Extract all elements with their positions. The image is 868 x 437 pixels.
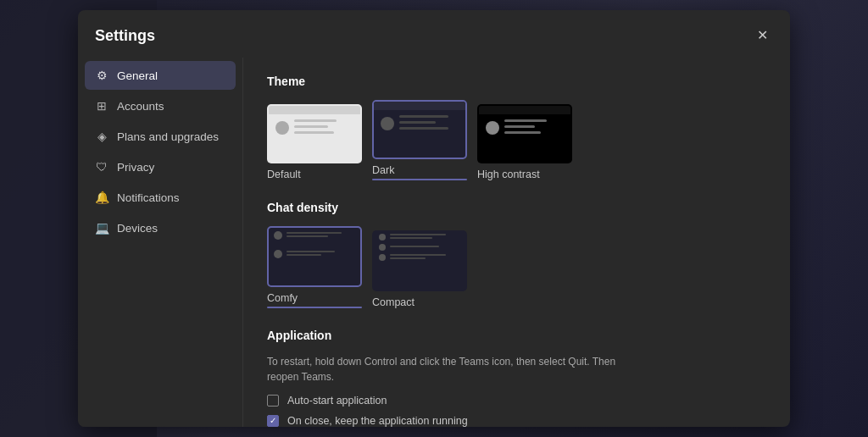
theme-item-dark[interactable]: Dark: [372, 100, 467, 180]
plans-icon: ◈: [95, 130, 108, 143]
keeprunning-checkbox[interactable]: [267, 415, 279, 427]
sidebar-item-privacy[interactable]: 🛡Privacy: [85, 152, 236, 181]
density-preview-compact: [372, 230, 467, 291]
application-section: Application To restart, hold down Contro…: [267, 329, 766, 427]
dialog-title: Settings: [95, 27, 155, 45]
settings-content: Theme Default: [243, 58, 790, 427]
settings-dialog: Settings ✕ ⚙General⊞Accounts◈Plans and u…: [78, 10, 790, 427]
general-icon: ⚙: [95, 69, 108, 82]
density-item-compact[interactable]: Compact: [372, 230, 467, 308]
sidebar-label-accounts: Accounts: [117, 100, 164, 113]
dark-selected-indicator: [372, 179, 467, 180]
density-label-comfy: Comfy: [267, 292, 298, 304]
comfy-selected-indicator: [267, 307, 362, 308]
settings-sidebar: ⚙General⊞Accounts◈Plans and upgrades🛡Pri…: [78, 58, 243, 427]
sidebar-label-privacy: Privacy: [117, 161, 154, 174]
theme-label-default: Default: [267, 169, 301, 180]
density-preview-comfy: [267, 226, 362, 287]
theme-label-hc: High contrast: [477, 169, 540, 180]
density-item-comfy[interactable]: Comfy: [267, 226, 362, 308]
devices-icon: 💻: [95, 221, 108, 235]
sidebar-item-devices[interactable]: 💻Devices: [85, 213, 236, 242]
sidebar-label-devices: Devices: [117, 222, 158, 235]
sidebar-item-plans[interactable]: ◈Plans and upgrades: [85, 122, 236, 151]
theme-preview-hc: [477, 104, 572, 163]
privacy-icon: 🛡: [95, 160, 108, 174]
theme-preview-dark: [372, 100, 467, 159]
sidebar-item-general[interactable]: ⚙General: [85, 61, 236, 90]
autostart-label: Auto-start application: [287, 395, 387, 407]
autostart-checkbox[interactable]: [267, 395, 279, 407]
notifications-icon: 🔔: [95, 191, 108, 204]
sidebar-label-plans: Plans and upgrades: [117, 130, 219, 143]
density-row: Comfy: [267, 226, 766, 308]
dialog-header: Settings ✕: [78, 10, 790, 58]
density-label-compact: Compact: [372, 296, 415, 308]
close-button[interactable]: ✕: [752, 25, 773, 46]
sidebar-label-general: General: [117, 69, 158, 82]
application-section-title: Application: [267, 329, 766, 342]
checkbox-autostart[interactable]: Auto-start application: [267, 395, 766, 407]
theme-item-highcontrast[interactable]: High contrast: [477, 104, 572, 180]
theme-item-default[interactable]: Default: [267, 104, 362, 180]
theme-row: Default Dark: [267, 100, 766, 180]
keeprunning-label: On close, keep the application running: [287, 415, 468, 427]
accounts-icon: ⊞: [95, 99, 108, 113]
sidebar-item-accounts[interactable]: ⊞Accounts: [85, 91, 236, 120]
theme-preview-default: [267, 104, 362, 163]
theme-label-dark: Dark: [372, 164, 394, 176]
theme-section-title: Theme: [267, 75, 766, 88]
dialog-body: ⚙General⊞Accounts◈Plans and upgrades🛡Pri…: [78, 58, 790, 427]
sidebar-label-notifications: Notifications: [117, 191, 180, 204]
sidebar-item-notifications[interactable]: 🔔Notifications: [85, 183, 236, 212]
checkbox-keeprunning[interactable]: On close, keep the application running: [267, 415, 766, 427]
application-description: To restart, hold down Control and click …: [267, 354, 623, 384]
density-section-title: Chat density: [267, 201, 766, 214]
